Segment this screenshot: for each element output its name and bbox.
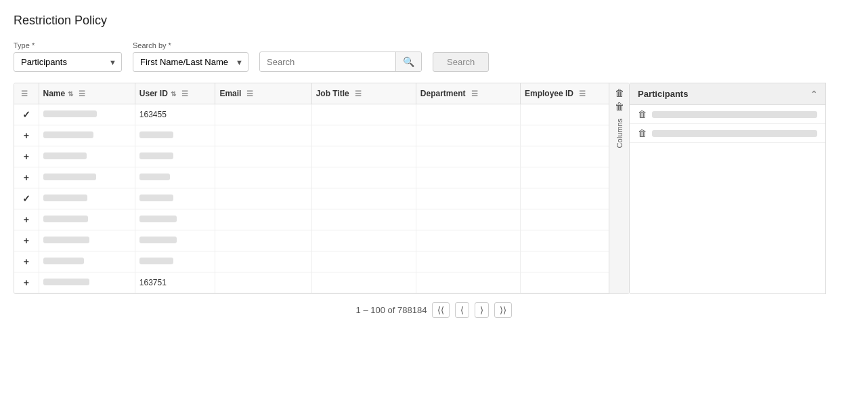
table-row: + — [14, 146, 609, 167]
columns-delete-icon-1[interactable]: 🗑 — [615, 87, 624, 98]
controls-row: Type * Participants Groups Roles ▼ Searc… — [14, 41, 854, 72]
page-title: Restriction Policy — [14, 14, 854, 28]
row-empid-cell-8 — [520, 272, 609, 293]
row-jobtitle-cell-5 — [311, 209, 416, 230]
table-row: + — [14, 125, 609, 146]
participant-delete-icon-1[interactable]: 🗑 — [638, 109, 647, 119]
row-userid-cell-5 — [135, 209, 215, 230]
row-empid-cell-1 — [520, 125, 609, 146]
row-empid-cell-5 — [520, 209, 609, 230]
row-email-cell-7 — [215, 251, 311, 272]
row-action-cell-1[interactable]: + — [14, 125, 39, 146]
participant-name-blur-2 — [652, 130, 817, 137]
row-email-cell-5 — [215, 209, 311, 230]
th-jobtitle: Job Title ☰ — [311, 83, 416, 104]
row-action-cell-3[interactable]: + — [14, 167, 39, 188]
row-action-cell-4[interactable]: ✓ — [14, 188, 39, 209]
row-empid-cell-0 — [520, 104, 609, 125]
type-select-wrapper: Participants Groups Roles ▼ — [14, 52, 122, 72]
row-dept-cell-4 — [416, 188, 520, 209]
row-jobtitle-cell-2 — [311, 146, 416, 167]
search-button[interactable]: Search — [433, 52, 489, 72]
type-label: Type * — [14, 41, 122, 49]
th-department: Department ☰ — [416, 83, 520, 104]
row-action-cell-7[interactable]: + — [14, 251, 39, 272]
row-empid-cell-2 — [520, 146, 609, 167]
row-plus-icon-8[interactable]: + — [24, 277, 29, 288]
columns-sidebar: 🗑 🗑 Columns — [609, 83, 629, 293]
row-action-cell-8[interactable]: + — [14, 272, 39, 293]
row-userid-blur-6 — [139, 237, 177, 243]
th-department-filter-icon[interactable]: ☰ — [471, 89, 478, 98]
pagination-last-button[interactable]: ⟩⟩ — [494, 302, 512, 318]
th-jobtitle-filter-icon[interactable]: ☰ — [355, 89, 362, 98]
row-action-cell-2[interactable]: + — [14, 146, 39, 167]
table-area: ☰ Name ⇅ ☰ — [14, 83, 630, 294]
row-check-icon-0[interactable]: ✓ — [22, 109, 30, 120]
row-plus-icon-2[interactable]: + — [24, 151, 29, 162]
row-jobtitle-cell-6 — [311, 230, 416, 251]
table-row: + — [14, 167, 609, 188]
th-name-sort-icon[interactable]: ⇅ — [68, 90, 73, 98]
row-plus-icon-6[interactable]: + — [24, 235, 29, 246]
th-jobtitle-label: Job Title — [316, 89, 349, 98]
row-plus-icon-1[interactable]: + — [24, 130, 29, 141]
row-dept-cell-5 — [416, 209, 520, 230]
type-select[interactable]: Participants Groups Roles — [14, 52, 122, 72]
columns-delete-icon-2[interactable]: 🗑 — [615, 101, 624, 112]
row-userid-cell-6 — [135, 230, 215, 251]
row-name-cell-2 — [39, 146, 135, 167]
pagination-next-button[interactable]: ⟩ — [475, 302, 489, 318]
row-userid-cell-7 — [135, 251, 215, 272]
row-name-cell-4 — [39, 188, 135, 209]
row-action-cell-5[interactable]: + — [14, 209, 39, 230]
row-name-blur-6 — [43, 237, 89, 243]
right-panel-collapse-icon[interactable]: ⌃ — [810, 89, 817, 99]
th-userid: User ID ⇅ ☰ — [135, 83, 215, 104]
row-email-cell-0 — [215, 104, 311, 125]
row-email-cell-3 — [215, 167, 311, 188]
pagination-prev-button[interactable]: ⟨ — [455, 302, 469, 318]
row-plus-icon-5[interactable]: + — [24, 214, 29, 225]
row-action-cell-6[interactable]: + — [14, 230, 39, 251]
th-userid-filter-icon[interactable]: ☰ — [181, 89, 188, 98]
pagination-first-button[interactable]: ⟨⟨ — [432, 302, 450, 318]
table-scroll[interactable]: ☰ Name ⇅ ☰ — [14, 83, 609, 293]
th-userid-sort-icon[interactable]: ⇅ — [171, 90, 176, 98]
row-email-cell-8 — [215, 272, 311, 293]
row-dept-cell-2 — [416, 146, 520, 167]
row-plus-icon-7[interactable]: + — [24, 256, 29, 267]
th-toggle-filter-icon[interactable]: ☰ — [21, 89, 28, 98]
row-name-cell-3 — [39, 167, 135, 188]
row-plus-icon-3[interactable]: + — [24, 172, 29, 183]
row-jobtitle-cell-3 — [311, 167, 416, 188]
row-userid-blur-7 — [139, 258, 173, 264]
row-name-blur-8 — [43, 279, 89, 285]
th-empid-label: Employee ID — [525, 89, 573, 98]
row-userid-cell-3 — [135, 167, 215, 188]
row-jobtitle-cell-7 — [311, 251, 416, 272]
search-input[interactable] — [260, 53, 395, 71]
row-check-icon-4[interactable]: ✓ — [22, 193, 30, 204]
row-name-cell-7 — [39, 251, 135, 272]
columns-label[interactable]: Columns — [615, 119, 624, 148]
th-toggle: ☰ — [14, 83, 39, 104]
th-empid: Employee ID ☰ — [520, 83, 609, 104]
th-email-filter-icon[interactable]: ☰ — [246, 89, 253, 98]
row-userid-blur-4 — [139, 195, 173, 201]
th-name-filter-icon[interactable]: ☰ — [79, 89, 85, 98]
th-empid-filter-icon[interactable]: ☰ — [579, 89, 586, 98]
search-by-select[interactable]: First Name/Last Name User ID Email Emplo… — [133, 52, 248, 72]
row-name-blur-2 — [43, 152, 87, 159]
row-name-cell-8 — [39, 272, 135, 293]
search-magnifier-button[interactable]: 🔍 — [395, 52, 421, 71]
row-name-blur-0 — [43, 110, 97, 117]
row-userid-cell-1 — [135, 125, 215, 146]
type-field-group: Type * Participants Groups Roles ▼ — [14, 41, 122, 72]
row-name-cell-0 — [39, 104, 135, 125]
row-userid-cell-2 — [135, 146, 215, 167]
row-action-cell-0[interactable]: ✓ — [14, 104, 39, 125]
row-email-cell-2 — [215, 146, 311, 167]
participant-delete-icon-2[interactable]: 🗑 — [638, 128, 647, 138]
row-dept-cell-6 — [416, 230, 520, 251]
